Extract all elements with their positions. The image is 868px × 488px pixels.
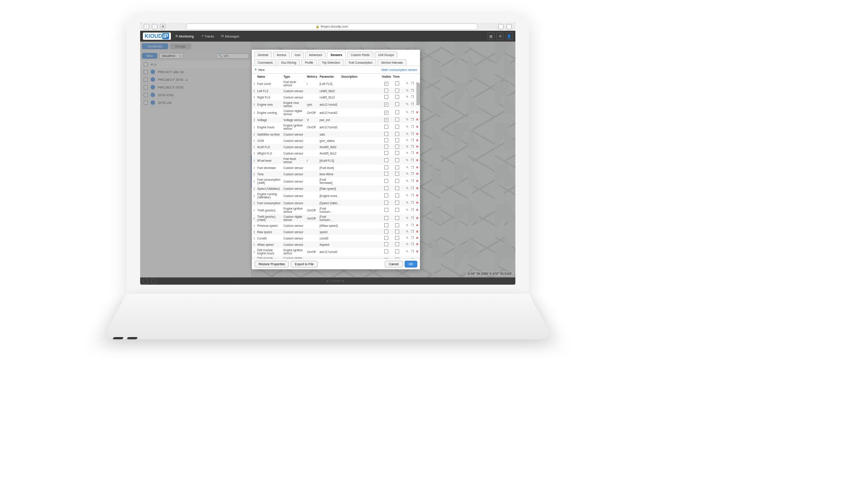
- drag-handle-icon[interactable]: ↕: [252, 222, 256, 229]
- copy-icon[interactable]: ❐: [410, 132, 414, 136]
- drag-handle-icon[interactable]: ↕: [252, 256, 256, 258]
- visible-checkbox[interactable]: [384, 111, 388, 115]
- copy-icon[interactable]: ❐: [410, 125, 414, 129]
- sensor-row[interactable]: ↕Theft (yes/no)Engine ignition sensorOn/…: [252, 206, 420, 214]
- time-checkbox[interactable]: [395, 138, 399, 142]
- drag-handle-icon[interactable]: ↕: [252, 241, 256, 248]
- ok-button[interactable]: OK: [405, 261, 417, 267]
- sensor-row[interactable]: ↕Fuel consumption (draft)Custom sensor[F…: [252, 177, 420, 185]
- time-checkbox[interactable]: [395, 165, 399, 169]
- edit-icon[interactable]: ✎: [406, 179, 409, 183]
- edit-icon[interactable]: ✎: [406, 243, 409, 246]
- delete-icon[interactable]: ✕: [415, 230, 419, 234]
- sidebar-item[interactable]: ✓SITE-ZA: [140, 99, 251, 107]
- sidebar-sort-icon[interactable]: A↓z: [151, 62, 156, 66]
- edit-icon[interactable]: ✎: [406, 208, 409, 212]
- visible-checkbox[interactable]: [384, 95, 388, 99]
- drag-handle-icon[interactable]: ↕: [252, 150, 256, 156]
- delete-icon[interactable]: ✕: [415, 187, 419, 190]
- copy-icon[interactable]: ❐: [410, 145, 414, 149]
- drag-handle-icon[interactable]: ↕: [252, 80, 256, 88]
- sensor-row[interactable]: ↕GSMCustom sensorgsm_status✎❐✕: [252, 137, 420, 144]
- delete-icon[interactable]: ✕: [415, 145, 419, 149]
- drag-handle-icon[interactable]: ↕: [252, 123, 256, 131]
- copy-icon[interactable]: ❐: [410, 187, 414, 190]
- header-apps-icon[interactable]: ▦: [487, 33, 495, 40]
- sidebar-search-input[interactable]: 🔍 site: [216, 53, 249, 59]
- drag-handle-icon[interactable]: ↕: [252, 117, 256, 123]
- visible-checkbox[interactable]: [384, 223, 388, 227]
- copy-icon[interactable]: ❐: [410, 139, 414, 142]
- dialog-tab-custom-fields[interactable]: Custom Fields: [347, 52, 373, 58]
- sidebar-tab-groups[interactable]: Groups: [170, 43, 191, 49]
- sensor-row[interactable]: ↕#Fuel levelFuel level sensorl[#Left FLS…: [252, 156, 420, 164]
- time-checkbox[interactable]: [395, 132, 399, 136]
- sensor-row[interactable]: ↕VoltageVoltage sensorVpwr_ext✎❐✕: [252, 117, 420, 123]
- sensor-row[interactable]: ↕Fuel decreaseCustom sensor[Fuel level]✎…: [252, 164, 420, 171]
- copy-icon[interactable]: ❐: [410, 159, 414, 162]
- header-settings-icon[interactable]: ⚙: [496, 33, 504, 40]
- sensor-row[interactable]: ↕Drill module runningCustom digital sens…: [252, 256, 420, 258]
- dialog-tab-unit-groups[interactable]: Unit Groups: [375, 52, 398, 58]
- sensor-row[interactable]: ↕Drill module engine hoursEngine ignitio…: [252, 248, 420, 256]
- copy-icon[interactable]: ❐: [410, 194, 414, 197]
- sidebar-item[interactable]: ✓PROJECT SITE -1: [140, 76, 251, 84]
- dialog-tab-service-intervals[interactable]: Service Intervals: [377, 59, 406, 66]
- footer-grid-icon[interactable]: [151, 278, 156, 284]
- checkbox-icon[interactable]: ✓: [144, 78, 148, 82]
- visible-checkbox[interactable]: [384, 158, 388, 162]
- copy-icon[interactable]: ❐: [410, 103, 414, 106]
- drag-handle-icon[interactable]: ↕: [252, 131, 256, 137]
- time-checkbox[interactable]: [395, 216, 399, 220]
- delete-icon[interactable]: ✕: [415, 224, 419, 227]
- time-checkbox[interactable]: [395, 151, 399, 155]
- sensor-row[interactable]: ↕Previous speedCustom sensor[#Raw speed]…: [252, 222, 420, 229]
- sensor-row[interactable]: ↕Theft (yes/no) (chart)Custom digital se…: [252, 214, 420, 222]
- delete-icon[interactable]: ✕: [415, 139, 419, 142]
- sidebar-item[interactable]: ✓SITE-DS1: [140, 91, 251, 99]
- visible-checkbox[interactable]: [384, 89, 388, 93]
- dialog-tab-general[interactable]: General: [254, 52, 272, 58]
- edit-icon[interactable]: ✎: [406, 125, 409, 129]
- edit-icon[interactable]: ✎: [406, 118, 409, 122]
- copy-icon[interactable]: ❐: [410, 243, 414, 246]
- sidebar-item[interactable]: ✓PROJECT-SITE: [140, 84, 251, 91]
- browser-forward-button[interactable]: ›: [152, 24, 157, 29]
- drag-handle-icon[interactable]: ↕: [252, 248, 256, 256]
- browser-url-bar[interactable]: 🔒 fmspro.kloudip.com: [186, 23, 477, 30]
- time-checkbox[interactable]: [395, 145, 399, 149]
- delete-icon[interactable]: ✕: [415, 151, 419, 155]
- edit-icon[interactable]: ✎: [406, 172, 409, 176]
- drag-handle-icon[interactable]: ↕: [252, 206, 256, 214]
- drag-handle-icon[interactable]: ↕: [252, 235, 256, 241]
- drag-handle-icon[interactable]: ↕: [252, 171, 256, 177]
- copy-icon[interactable]: ❐: [410, 208, 414, 212]
- copy-icon[interactable]: ❐: [410, 224, 414, 227]
- drag-handle-icon[interactable]: ↕: [252, 108, 256, 117]
- browser-tabs-icon[interactable]: [506, 24, 512, 29]
- edit-icon[interactable]: ✎: [406, 89, 409, 93]
- drag-handle-icon[interactable]: ↕: [252, 137, 256, 144]
- dialog-tab-commands[interactable]: Commands: [254, 59, 276, 66]
- checkbox-icon[interactable]: ✓: [144, 101, 148, 105]
- visible-checkbox[interactable]: [384, 132, 388, 136]
- drag-handle-icon[interactable]: ↕: [252, 185, 256, 192]
- copy-icon[interactable]: ❐: [410, 201, 414, 205]
- edit-icon[interactable]: ✎: [406, 111, 409, 114]
- edit-icon[interactable]: ✎: [406, 230, 409, 234]
- edit-icon[interactable]: ✎: [406, 250, 409, 253]
- edit-icon[interactable]: ✎: [406, 139, 409, 142]
- drag-handle-icon[interactable]: ↕: [252, 156, 256, 164]
- time-checkbox[interactable]: [395, 179, 399, 183]
- time-checkbox[interactable]: [395, 89, 399, 93]
- edit-icon[interactable]: ✎: [406, 132, 409, 136]
- copy-icon[interactable]: ❐: [410, 89, 414, 93]
- sensor-row[interactable]: ↕Const0Custom sensorconst0✎❐✕: [252, 235, 420, 241]
- edit-icon[interactable]: ✎: [406, 95, 409, 99]
- edit-icon[interactable]: ✎: [406, 145, 409, 149]
- time-checkbox[interactable]: [395, 201, 399, 205]
- dialog-tab-sensors[interactable]: Sensors: [327, 52, 346, 58]
- copy-icon[interactable]: ❐: [410, 172, 414, 176]
- delete-icon[interactable]: ✕: [415, 194, 419, 197]
- delete-icon[interactable]: ✕: [415, 208, 419, 212]
